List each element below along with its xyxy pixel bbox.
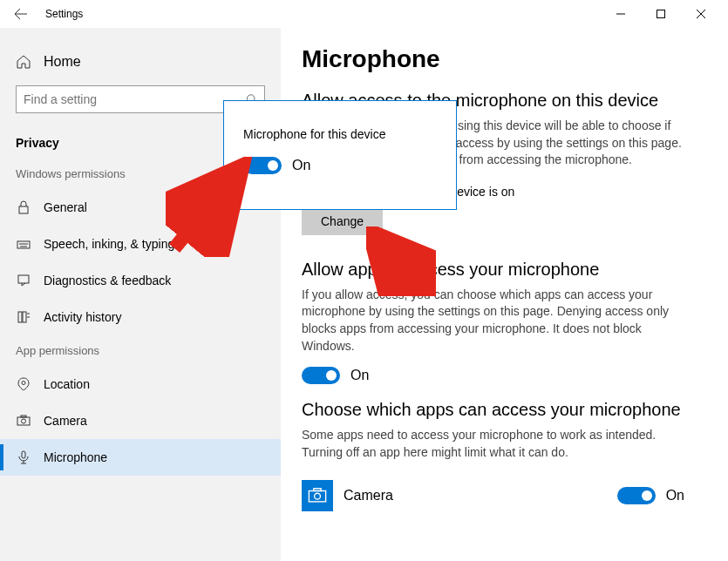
svg-rect-11 [18, 312, 22, 322]
maximize-button[interactable] [641, 0, 681, 28]
sidebar-item-camera[interactable]: Camera [0, 402, 281, 439]
svg-rect-22 [314, 489, 321, 491]
svg-rect-12 [23, 312, 26, 322]
sidebar-item-label: Microphone [44, 450, 107, 464]
maximize-icon [657, 10, 665, 18]
microphone-icon [16, 449, 31, 465]
back-button[interactable] [7, 0, 35, 28]
sidebar-item-location[interactable]: Location [0, 366, 281, 402]
svg-rect-16 [17, 417, 30, 425]
svg-rect-6 [19, 206, 28, 213]
camera-icon [16, 413, 31, 429]
change-flyout: Microphone for this device On [223, 100, 457, 210]
sidebar-home-label: Home [44, 54, 81, 70]
section-choose-apps-heading: Choose which apps can access your microp… [302, 400, 711, 420]
app-name: Camera [344, 488, 393, 504]
feedback-icon [16, 273, 31, 288]
sidebar-item-label: General [44, 200, 87, 214]
svg-point-21 [315, 494, 321, 500]
svg-rect-19 [22, 451, 25, 458]
section-allow-apps-desc: If you allow access, you can choose whic… [302, 287, 685, 355]
section-choose-apps-desc: Some apps need to access your microphone… [302, 427, 685, 461]
flyout-toggle[interactable] [243, 157, 282, 174]
svg-rect-7 [17, 241, 30, 248]
close-button[interactable] [681, 0, 721, 28]
sidebar-item-microphone[interactable]: Microphone [0, 439, 281, 476]
flyout-toggle-state: On [292, 158, 310, 173]
sidebar-item-diagnostics[interactable]: Diagnostics & feedback [0, 262, 281, 299]
sidebar-item-label: Activity history [44, 310, 121, 324]
window-controls [601, 0, 721, 28]
location-icon [16, 376, 31, 392]
change-button[interactable]: Change [302, 207, 383, 235]
allow-apps-toggle-state: On [350, 368, 369, 383]
allow-apps-toggle[interactable] [302, 367, 340, 384]
titlebar: Settings [0, 0, 728, 28]
keyboard-icon [16, 236, 31, 252]
sidebar-home[interactable]: Home [0, 45, 281, 78]
sidebar-item-label: Diagnostics & feedback [44, 274, 171, 287]
lock-icon [16, 199, 31, 215]
close-icon [697, 10, 705, 18]
sidebar-item-label: Camera [44, 414, 87, 428]
svg-rect-18 [21, 416, 26, 417]
sidebar-item-label: Speech, inking, & typing [44, 237, 174, 251]
search-input[interactable] [24, 92, 246, 106]
sidebar-group-app-permissions: App permissions [0, 335, 281, 366]
sidebar-item-activity[interactable]: Activity history [0, 299, 281, 335]
page-title: Microphone [302, 45, 711, 73]
minimize-icon [616, 10, 625, 18]
history-icon [16, 309, 31, 325]
svg-rect-1 [657, 10, 665, 18]
app-camera-toggle[interactable] [617, 487, 656, 504]
sidebar-item-speech[interactable]: Speech, inking, & typing [0, 226, 281, 262]
arrow-left-icon [14, 7, 28, 21]
app-camera-toggle-state: On [666, 488, 684, 504]
svg-rect-10 [18, 275, 29, 283]
sidebar-item-label: Location [44, 377, 90, 391]
app-camera-icon [302, 480, 333, 511]
flyout-title: Microphone for this device [243, 127, 437, 141]
window-title: Settings [45, 8, 83, 20]
svg-rect-20 [309, 491, 325, 502]
section-allow-apps-heading: Allow apps to access your microphone [302, 260, 711, 280]
svg-point-17 [22, 419, 26, 423]
app-row-camera: Camera On [302, 475, 711, 517]
home-icon [16, 54, 31, 70]
minimize-button[interactable] [601, 0, 641, 28]
svg-point-15 [22, 382, 25, 385]
